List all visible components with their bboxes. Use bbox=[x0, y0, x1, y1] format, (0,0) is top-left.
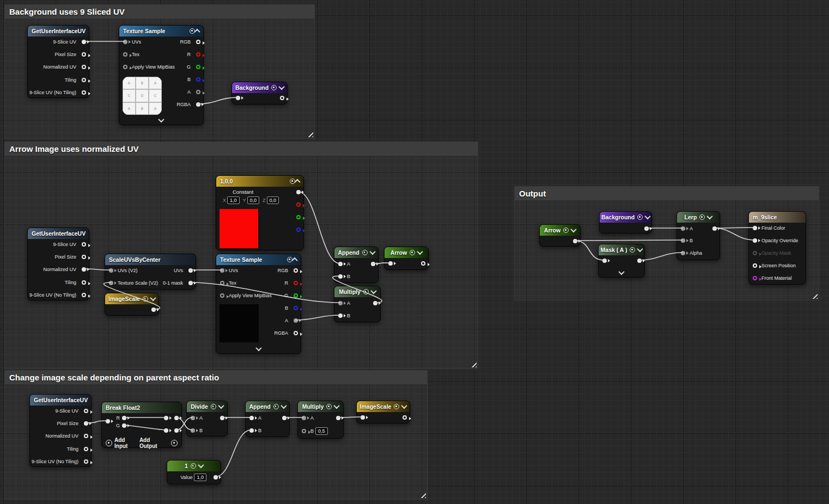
node-header[interactable]: Break Float2 bbox=[102, 402, 181, 413]
chevron-up-icon[interactable] bbox=[291, 257, 297, 263]
node-getuserinterfaceuv[interactable]: GetUserInterfaceUV9-Slice UVPixel SizeNo… bbox=[27, 228, 89, 300]
material-graph-canvas[interactable]: Background uses 9 Sliced UVArrow Image u… bbox=[0, 0, 829, 504]
goto-definition-icon[interactable] bbox=[362, 250, 368, 255]
add-input-icon[interactable] bbox=[106, 440, 112, 446]
chevron-down-icon[interactable] bbox=[198, 462, 204, 468]
node-header[interactable]: Lerp bbox=[677, 212, 720, 223]
node-mask-a[interactable]: Mask ( A ) bbox=[598, 244, 645, 278]
pin-pixel-size[interactable] bbox=[82, 255, 86, 259]
node-header[interactable]: Arrow bbox=[385, 247, 428, 258]
node-header[interactable]: m_9slice bbox=[749, 212, 806, 223]
expand-chevron-icon[interactable] bbox=[158, 116, 164, 122]
comment-header[interactable]: Output bbox=[515, 187, 819, 200]
pin-a[interactable] bbox=[681, 226, 685, 231]
pin-front-material[interactable] bbox=[753, 276, 757, 280]
pin-tex[interactable] bbox=[123, 52, 127, 57]
pin-a[interactable] bbox=[249, 416, 254, 420]
node-imagescale[interactable]: ImageScale bbox=[356, 401, 410, 423]
goto-definition-icon[interactable] bbox=[326, 404, 332, 409]
pin-9-slice-uv-no-tiling[interactable] bbox=[84, 459, 88, 464]
add-output-button[interactable]: Add Output bbox=[139, 437, 178, 449]
pin-final-color[interactable] bbox=[753, 226, 757, 230]
pin-b[interactable] bbox=[196, 77, 200, 82]
node-header[interactable]: Multiply bbox=[298, 401, 343, 412]
goto-definition-icon[interactable] bbox=[394, 404, 399, 409]
node-header[interactable]: 1,0,0 bbox=[216, 176, 303, 187]
field-value-box[interactable]: 0,0 bbox=[267, 196, 279, 204]
pin-pixel-size[interactable] bbox=[84, 421, 88, 426]
node-scaleuvsbycenter[interactable]: ScaleUVsByCenterUVs (V2)Texture Scale (V… bbox=[105, 254, 196, 290]
pin-o[interactable] bbox=[371, 262, 375, 266]
pin-pin[interactable] bbox=[421, 261, 425, 266]
chevron-down-icon[interactable] bbox=[334, 403, 340, 409]
pin-in[interactable] bbox=[106, 419, 110, 423]
goto-definition-icon[interactable] bbox=[363, 289, 369, 294]
node-header[interactable]: GetUserInterfaceUV bbox=[28, 228, 89, 239]
goto-definition-icon[interactable] bbox=[699, 214, 705, 220]
chevron-down-icon[interactable] bbox=[571, 226, 577, 232]
goto-definition-icon[interactable] bbox=[143, 296, 148, 302]
pin-screen-position[interactable] bbox=[753, 263, 757, 268]
chevron-down-icon[interactable] bbox=[401, 403, 407, 409]
resize-handle-icon[interactable] bbox=[470, 360, 477, 367]
node-header[interactable]: ImageScale bbox=[357, 401, 410, 412]
pin-o[interactable] bbox=[282, 416, 287, 420]
pin-b[interactable] bbox=[191, 428, 195, 433]
goto-definition-icon[interactable] bbox=[630, 247, 635, 253]
pin-normalized-uv[interactable] bbox=[82, 65, 86, 69]
add-output-icon[interactable] bbox=[171, 440, 178, 446]
pin-o[interactable] bbox=[373, 301, 377, 305]
node-header[interactable]: Mask ( A ) bbox=[599, 244, 644, 255]
pin-o[interactable] bbox=[151, 308, 156, 312]
goto-definition-icon[interactable] bbox=[211, 404, 216, 409]
node-imagescale[interactable]: ImageScale bbox=[105, 293, 159, 316]
node-texture-sample[interactable]: Texture SampleUVsTexApply View MipBiasRG… bbox=[119, 25, 204, 125]
pin-pin[interactable] bbox=[296, 202, 301, 207]
node-texture-sample[interactable]: Texture SampleUVsTexApply View MipBiasRG… bbox=[216, 254, 301, 354]
chevron-down-icon[interactable] bbox=[369, 249, 375, 255]
pin-b[interactable] bbox=[249, 428, 254, 433]
value-box[interactable]: 1,0 bbox=[194, 474, 206, 481]
pin-o[interactable] bbox=[637, 259, 642, 263]
pin-tiling[interactable] bbox=[84, 447, 88, 451]
value-box[interactable]: 0,5 bbox=[315, 427, 328, 435]
node-header[interactable]: Divide bbox=[187, 401, 227, 412]
pin-normalized-uv[interactable] bbox=[82, 267, 86, 272]
pin-rgba[interactable] bbox=[294, 331, 298, 335]
node-background[interactable]: Background bbox=[231, 82, 288, 105]
goto-definition-icon[interactable] bbox=[563, 228, 569, 233]
node-break-float2[interactable]: Break Float2RGAdd InputAdd Output bbox=[101, 402, 182, 448]
field-value-box[interactable]: 0,0 bbox=[247, 196, 260, 204]
pin-tiling[interactable] bbox=[82, 78, 86, 82]
pin-in[interactable] bbox=[236, 96, 240, 100]
pin-uvs[interactable] bbox=[123, 40, 127, 44]
chevron-down-icon[interactable] bbox=[417, 249, 423, 255]
node-header[interactable]: Append bbox=[334, 247, 378, 258]
node-arrow[interactable]: Arrow bbox=[539, 224, 581, 247]
pin-tiling[interactable] bbox=[82, 280, 86, 285]
pin-0-1-mask[interactable] bbox=[188, 281, 193, 285]
chevron-down-icon[interactable] bbox=[150, 295, 156, 301]
pin-apply-view-mipbias[interactable] bbox=[123, 65, 127, 69]
chevron-down-icon[interactable] bbox=[218, 403, 224, 409]
pin-b[interactable] bbox=[294, 306, 298, 310]
chevron-up-icon[interactable] bbox=[294, 179, 300, 185]
add-input-button[interactable]: Add Input bbox=[106, 437, 139, 449]
pin-tex[interactable] bbox=[220, 281, 224, 285]
goto-definition-icon[interactable] bbox=[271, 85, 277, 90]
comment-header[interactable]: Arrow Image uses normalized UV bbox=[5, 142, 478, 156]
pin-9-slice-uv-no-tiling[interactable] bbox=[82, 293, 86, 297]
pin-pixel-size[interactable] bbox=[82, 52, 86, 57]
pin-o[interactable] bbox=[712, 226, 717, 231]
pin-opacity-override[interactable] bbox=[753, 238, 757, 243]
pin-a[interactable] bbox=[338, 301, 343, 305]
node-header[interactable]: Texture Sample bbox=[119, 26, 203, 36]
pin-rgba[interactable] bbox=[196, 102, 200, 107]
node-multiply[interactable]: MultiplyAB0,5 bbox=[297, 401, 344, 439]
node-1-0-0[interactable]: 1,0,0ConstantX1,0Y0,0Z0,0 bbox=[216, 175, 304, 250]
pin-g[interactable] bbox=[294, 293, 298, 298]
pin-pin[interactable] bbox=[296, 228, 301, 232]
pin-9-slice-uv[interactable] bbox=[82, 242, 86, 247]
comment-header[interactable]: Background uses 9 Sliced UV bbox=[5, 5, 314, 19]
pin-9-slice-uv-no-tiling[interactable] bbox=[82, 90, 86, 95]
